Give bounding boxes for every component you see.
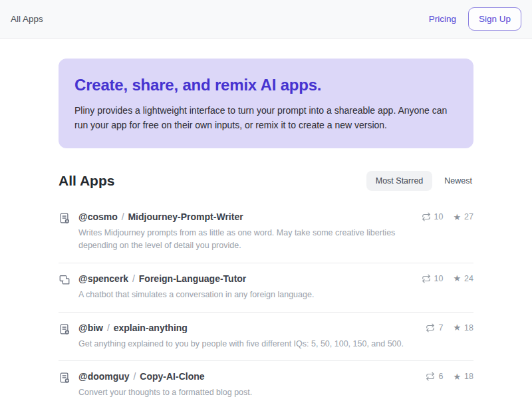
- app-title[interactable]: @doomguy / Copy-AI-Clone: [78, 371, 418, 382]
- remix-icon: [422, 212, 431, 221]
- star-count-value: 18: [464, 323, 473, 332]
- signup-button[interactable]: Sign Up: [468, 7, 521, 31]
- filter-most-starred[interactable]: Most Starred: [366, 171, 433, 191]
- remix-count: 10: [422, 212, 444, 221]
- remix-count: 10: [422, 274, 444, 283]
- star-count-value: 27: [464, 212, 473, 221]
- star-icon: ★: [453, 274, 461, 283]
- app-author-handle[interactable]: @doomguy: [78, 371, 130, 382]
- app-description: A chatbot that simulates a conversation …: [78, 289, 414, 301]
- remix-count: 7: [426, 323, 443, 332]
- app-list-row[interactable]: @biw / explain-anything Get anything exp…: [59, 313, 473, 362]
- app-list-row[interactable]: @cosmo / Midjourney-Prompt-Writer Writes…: [59, 201, 473, 263]
- top-navigation-bar: All Apps Pricing Sign Up: [0, 0, 532, 39]
- app-list-row[interactable]: @spencerk / Foreign-Language-Tutor A cha…: [59, 263, 473, 313]
- star-icon: ★: [453, 213, 461, 221]
- hero-banner: Create, share, and remix AI apps. Pliny …: [59, 59, 473, 148]
- app-description: Writes Midjourney prompts from as little…: [78, 227, 414, 252]
- app-title[interactable]: @cosmo / Midjourney-Prompt-Writer: [78, 211, 414, 222]
- title-separator: /: [120, 211, 126, 222]
- app-name[interactable]: Foreign-Language-Tutor: [139, 273, 247, 284]
- app-list-row[interactable]: @doomguy / Copy-AI-Clone Convert your th…: [59, 361, 473, 399]
- main-content: Create, share, and remix AI apps. Pliny …: [59, 59, 473, 399]
- chat-icon: [59, 273, 78, 286]
- filter-newest[interactable]: Newest: [443, 171, 473, 191]
- title-separator: /: [106, 323, 111, 333]
- nav-right-group: Pricing Sign Up: [429, 7, 521, 31]
- note-add-icon: [59, 323, 78, 335]
- star-count: ★ 24: [453, 274, 473, 283]
- app-stats: 10 ★ 24: [422, 273, 473, 283]
- note-add-icon: [59, 211, 78, 224]
- apps-heading: All Apps: [59, 173, 114, 189]
- app-stats: 6 ★ 18: [426, 371, 473, 381]
- remix-count: 6: [426, 372, 443, 381]
- remix-count-value: 10: [434, 212, 444, 221]
- app-description: Convert your thoughts to a formatted blo…: [78, 386, 418, 399]
- app-list: @cosmo / Midjourney-Prompt-Writer Writes…: [59, 201, 473, 399]
- app-title[interactable]: @spencerk / Foreign-Language-Tutor: [78, 273, 414, 284]
- star-count: ★ 18: [453, 372, 473, 381]
- note-add-icon: [59, 371, 78, 384]
- nav-pricing-link[interactable]: Pricing: [429, 14, 456, 24]
- app-description: Get anything explained to you by people …: [78, 338, 418, 350]
- app-author-handle[interactable]: @biw: [78, 323, 103, 333]
- nav-all-apps-link[interactable]: All Apps: [11, 14, 43, 24]
- sort-filters: Most Starred Newest: [366, 171, 473, 191]
- star-count: ★ 18: [453, 323, 473, 332]
- title-separator: /: [131, 273, 136, 284]
- remix-count-value: 6: [438, 372, 443, 381]
- app-name[interactable]: Midjourney-Prompt-Writer: [128, 211, 243, 222]
- star-icon: ★: [453, 372, 461, 381]
- apps-section-header: All Apps Most Starred Newest: [59, 171, 473, 191]
- app-author-handle[interactable]: @cosmo: [78, 211, 118, 222]
- remix-icon: [426, 323, 435, 332]
- star-icon: ★: [453, 323, 461, 332]
- remix-icon: [426, 372, 435, 381]
- star-count-value: 24: [464, 274, 473, 283]
- star-count-value: 18: [464, 372, 473, 381]
- hero-description: Pliny provides a lightweight interface t…: [74, 104, 458, 132]
- app-name[interactable]: Copy-AI-Clone: [140, 371, 204, 382]
- app-name[interactable]: explain-anything: [114, 323, 188, 333]
- title-separator: /: [132, 371, 138, 382]
- remix-count-value: 7: [438, 323, 443, 332]
- app-stats: 7 ★ 18: [426, 323, 473, 332]
- star-count: ★ 27: [453, 212, 473, 221]
- app-author-handle[interactable]: @spencerk: [78, 273, 128, 284]
- remix-count-value: 10: [434, 274, 444, 283]
- app-stats: 10 ★ 27: [422, 211, 473, 221]
- hero-title: Create, share, and remix AI apps.: [74, 76, 458, 94]
- app-title[interactable]: @biw / explain-anything: [78, 323, 418, 333]
- remix-icon: [422, 274, 431, 283]
